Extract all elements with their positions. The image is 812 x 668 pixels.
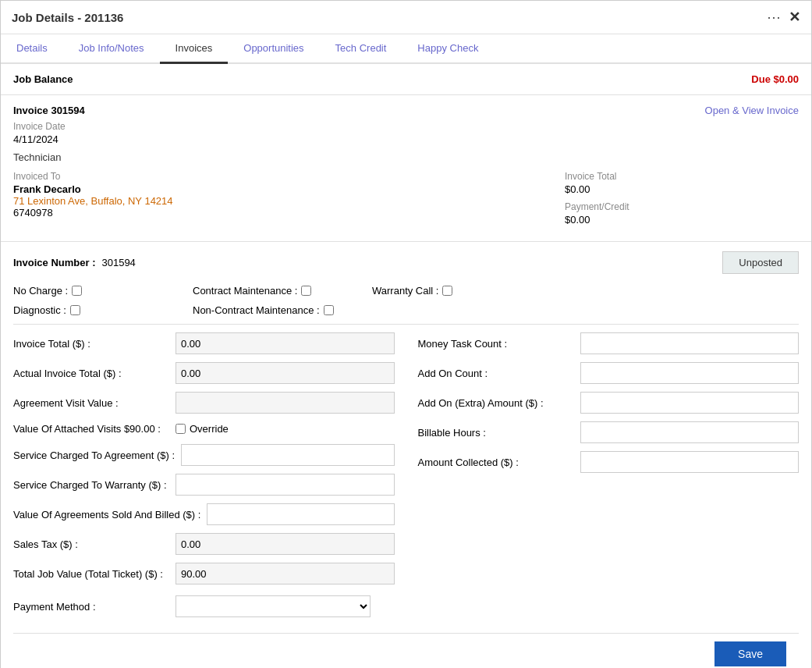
invoiced-to-name: Frank Decarlo [13, 183, 565, 195]
contract-maintenance-label: Contract Maintenance : [193, 285, 297, 297]
total-job-value-label: Total Job Value (Total Ticket) ($) : [13, 568, 169, 580]
tab-bar: Details Job Info/Notes Invoices Opportun… [1, 34, 811, 64]
invoice-section: Invoice 301594 Open & View Invoice Invoi… [1, 95, 811, 242]
invoice-total-input[interactable] [176, 332, 395, 354]
no-charge-group: No Charge : [13, 285, 169, 297]
sales-tax-label: Sales Tax ($) : [13, 538, 169, 550]
service-charged-warranty-label: Service Charged To Warranty ($) : [13, 479, 169, 491]
payment-method-select[interactable] [176, 595, 371, 617]
contract-maintenance-group: Contract Maintenance : [193, 285, 349, 297]
tab-tech-credit[interactable]: Tech Credit [320, 34, 402, 62]
invoice-title: Invoice 301594 [13, 105, 85, 116]
add-on-extra-amount-label: Add On (Extra) Amount ($) : [418, 397, 574, 409]
invoice-date-label: Invoice Date [13, 121, 799, 132]
payment-credit-label: Payment/Credit [565, 201, 799, 212]
amount-collected-label: Amount Collected ($) : [418, 457, 574, 468]
value-attached-visits-label: Value Of Attached Visits $90.00 : [13, 423, 169, 435]
non-contract-maintenance-label: Non-Contract Maintenance : [193, 304, 320, 316]
total-job-value-input[interactable] [176, 563, 395, 584]
job-balance-row: Job Balance Due $0.00 [1, 64, 811, 95]
service-charged-warranty-input[interactable] [176, 474, 395, 496]
diagnostic-label: Diagnostic : [13, 304, 66, 316]
amount-collected-row: Amount Collected ($) : [418, 451, 800, 473]
non-contract-maintenance-checkbox[interactable] [324, 305, 334, 315]
agreement-visit-value-label: Agreement Visit Value : [13, 397, 169, 409]
sales-tax-row: Sales Tax ($) : [13, 533, 395, 555]
invoice-total-label: Invoice Total [565, 171, 799, 182]
value-attached-visits-row: Value Of Attached Visits $90.00 : Overri… [13, 421, 395, 436]
add-on-count-label: Add On Count : [418, 368, 574, 379]
money-task-count-label: Money Task Count : [418, 338, 574, 350]
warranty-call-label: Warranty Call : [372, 285, 438, 297]
tab-invoices[interactable]: Invoices [160, 34, 229, 64]
warranty-call-group: Warranty Call : [372, 285, 528, 297]
dialog-title: Job Details - 201136 [12, 11, 123, 24]
amount-collected-input[interactable] [580, 451, 800, 473]
open-view-invoice-link[interactable]: Open & View Invoice [705, 105, 799, 116]
diagnostic-group: Diagnostic : [13, 304, 169, 316]
contract-maintenance-checkbox[interactable] [301, 286, 311, 296]
billable-hours-label: Billable Hours : [418, 427, 574, 439]
service-charged-agreement-label: Service Charged To Agreement ($) : [13, 449, 175, 461]
technician-label: Technician [13, 151, 799, 163]
invoice-number-value: 301594 [101, 257, 135, 268]
add-on-extra-amount-row: Add On (Extra) Amount ($) : [418, 392, 800, 414]
override-checkbox[interactable] [176, 424, 186, 434]
value-agreements-sold-label: Value Of Agreements Sold And Billed ($) … [13, 509, 200, 521]
actual-invoice-total-row: Actual Invoice Total ($) : [13, 362, 395, 384]
invoice-number-label: Invoice Number : [13, 257, 95, 268]
non-contract-maintenance-group: Non-Contract Maintenance : [193, 304, 349, 316]
add-on-count-input[interactable] [580, 362, 800, 384]
total-job-value-row: Total Job Value (Total Ticket) ($) : [13, 563, 395, 584]
invoiced-to-phone: 6740978 [13, 207, 565, 219]
service-charged-agreement-input[interactable] [181, 444, 394, 466]
diagnostic-checkbox[interactable] [70, 305, 80, 315]
value-agreements-sold-row: Value Of Agreements Sold And Billed ($) … [13, 503, 395, 525]
warranty-call-checkbox[interactable] [442, 286, 452, 296]
sales-tax-input[interactable] [176, 533, 395, 555]
save-button[interactable]: Save [714, 641, 786, 666]
service-charged-warranty-row: Service Charged To Warranty ($) : [13, 474, 395, 496]
close-button[interactable]: ✕ [789, 10, 800, 24]
agreement-visit-value-input[interactable] [176, 392, 395, 414]
invoiced-to-label: Invoiced To [13, 171, 565, 182]
invoice-total-value: $0.00 [565, 183, 799, 195]
value-agreements-sold-input[interactable] [207, 503, 394, 525]
form-section: Invoice Number : 301594 Unposted No Char… [1, 242, 811, 668]
due-amount: Due $0.00 [751, 73, 799, 85]
invoice-total-field-row: Invoice Total ($) : [13, 332, 395, 354]
payment-credit-value: $0.00 [565, 214, 799, 226]
tab-details[interactable]: Details [1, 34, 63, 62]
billable-hours-row: Billable Hours : [418, 421, 800, 443]
tab-job-info-notes[interactable]: Job Info/Notes [63, 34, 160, 62]
payment-method-row: Payment Method : [13, 595, 799, 617]
more-options-icon[interactable]: ⋯ [767, 9, 782, 26]
actual-invoice-total-label: Actual Invoice Total ($) : [13, 368, 169, 379]
invoiced-to-address[interactable]: 71 Lexinton Ave, Buffalo, NY 14214 [13, 195, 565, 207]
money-task-count-input[interactable] [580, 332, 800, 354]
unposted-button[interactable]: Unposted [722, 251, 799, 274]
add-on-extra-amount-input[interactable] [580, 392, 800, 414]
tab-happy-check[interactable]: Happy Check [402, 34, 494, 62]
service-charged-agreement-row: Service Charged To Agreement ($) : [13, 444, 395, 466]
override-label: Override [190, 423, 346, 435]
actual-invoice-total-input[interactable] [176, 362, 395, 384]
save-row: Save [13, 633, 799, 668]
agreement-visit-value-row: Agreement Visit Value : [13, 392, 395, 414]
invoice-total-field-label: Invoice Total ($) : [13, 338, 169, 350]
money-task-count-row: Money Task Count : [418, 332, 800, 354]
no-charge-label: No Charge : [13, 285, 68, 297]
invoice-date-value: 4/11/2024 [13, 133, 799, 145]
billable-hours-input[interactable] [580, 421, 800, 443]
job-balance-label: Job Balance [13, 73, 73, 85]
payment-method-label: Payment Method : [13, 601, 169, 613]
no-charge-checkbox[interactable] [72, 286, 82, 296]
tab-opportunities[interactable]: Opportunities [228, 34, 319, 62]
add-on-count-row: Add On Count : [418, 362, 800, 384]
